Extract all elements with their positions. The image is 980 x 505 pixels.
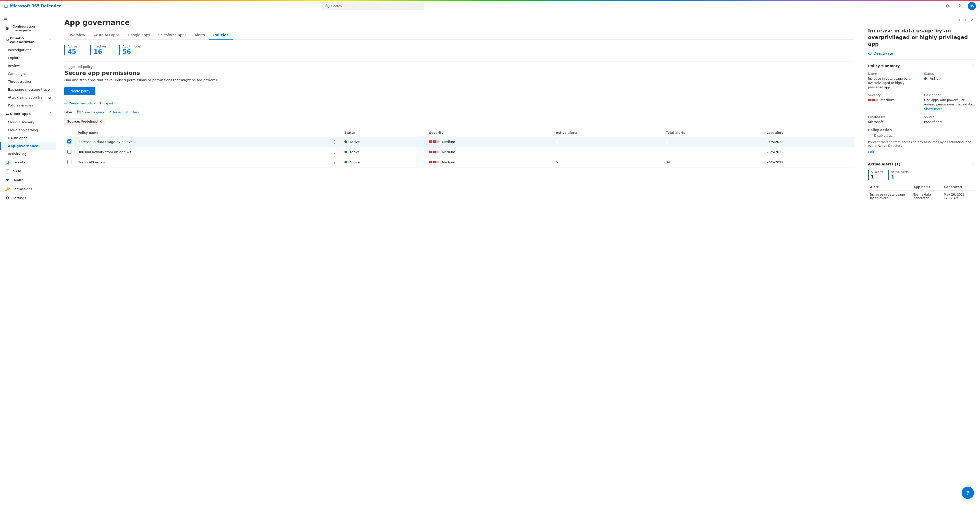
create-new-policy-button[interactable]: ✏ Create new policy xyxy=(64,100,95,106)
table-row[interactable]: Graph API errors ⋮ Active Medium xyxy=(64,157,854,167)
avatar[interactable]: RS xyxy=(968,2,976,10)
row-status-cell: Active xyxy=(341,157,426,167)
row-checkbox[interactable] xyxy=(67,139,72,143)
row-total-alerts-cell: 1 xyxy=(663,137,764,147)
stat-audit-mode: Audit mode 56 xyxy=(119,45,148,56)
deactivate-icon: ⏻ xyxy=(868,51,872,56)
sidebar-item-health[interactable]: ❤ Health xyxy=(0,176,56,185)
row-checkbox[interactable] xyxy=(67,160,72,164)
policy-table: Policy name Status Severity Active alert… xyxy=(64,129,854,167)
filter-tag-remove[interactable]: ✕ xyxy=(99,119,102,124)
alert-name-cell: Increase in data usage by an overp... xyxy=(868,191,912,202)
policy-summary-header[interactable]: Policy summary ⌃ xyxy=(868,64,975,68)
edit-link[interactable]: Edit xyxy=(868,150,874,154)
panel-close-button[interactable]: ✕ xyxy=(970,16,975,23)
sidebar-item-cloud-app-catalog[interactable]: Cloud app catalog xyxy=(0,126,56,134)
export-button[interactable]: ⬇ Export xyxy=(99,100,113,106)
row-context-menu[interactable]: ⋮ xyxy=(331,150,338,155)
sidebar-item-campaigns[interactable]: Campaigns xyxy=(0,70,56,78)
row-context-menu[interactable]: ⋮ xyxy=(331,160,338,165)
panel-status-field: Status Active xyxy=(924,72,975,89)
tab-alerts[interactable]: Alerts xyxy=(191,31,209,40)
tab-overview[interactable]: Overview xyxy=(64,31,89,40)
sidebar-item-activity-log[interactable]: Activity log xyxy=(0,150,56,158)
sidebar-item-email-collaboration[interactable]: ✉ Email & collaboration ⌃ xyxy=(0,34,56,46)
row-checkbox[interactable] xyxy=(67,150,72,154)
reset-button[interactable]: ↺ Reset xyxy=(109,109,122,115)
tab-google-apps[interactable]: Google apps xyxy=(124,31,154,40)
row-active-alerts-cell: 1 xyxy=(553,137,663,147)
row-active-alerts-cell: 5 xyxy=(553,157,663,167)
col-generated: Generated xyxy=(942,184,975,191)
col-status[interactable]: Status xyxy=(341,129,426,137)
active-alerts-header[interactable]: Active alerts (1) ⌃ xyxy=(868,162,975,166)
topbar-icons: ⚙ ? RS xyxy=(943,2,976,10)
sidebar-item-permissions[interactable]: 🔑 Permissions xyxy=(0,185,56,194)
settings-icon-button[interactable]: ⚙ xyxy=(943,2,951,10)
health-icon: ❤ xyxy=(5,178,10,183)
sidebar-item-threat-tracker[interactable]: Threat tracker xyxy=(0,78,56,86)
sidebar-item-exchange-message-trace[interactable]: Exchange message trace xyxy=(0,86,56,94)
sidebar-item-review[interactable]: Review xyxy=(0,62,56,70)
row-severity-cell: Medium xyxy=(426,137,553,147)
create-policy-button[interactable]: Create policy xyxy=(64,87,95,95)
col-last-alert[interactable]: Last alert xyxy=(764,129,854,137)
alerts-stats: All alerts 1 Active alerts 1 xyxy=(868,170,975,180)
sidebar-item-investigations[interactable]: Investigations xyxy=(0,46,56,54)
email-icon: ✉ xyxy=(5,38,10,43)
right-panel: ↑ ↓ ✕ Increase in data usage by an overp… xyxy=(862,12,980,505)
panel-description-field: Description Find apps with powerful or u… xyxy=(924,94,975,112)
sidebar-item-app-governance[interactable]: App governance xyxy=(0,142,56,150)
sidebar-item-reports[interactable]: 📊 Reports xyxy=(0,158,56,167)
chevron-up-icon-alerts: ⌃ xyxy=(972,162,975,166)
panel-up-button[interactable]: ↑ xyxy=(957,16,961,23)
sidebar-item-settings[interactable]: ⚙ Settings xyxy=(0,194,56,202)
alerts-header-row: Alert App name Generated xyxy=(868,184,975,191)
help-button[interactable]: ? xyxy=(962,487,974,499)
tab-salesforce-apps[interactable]: Salesforce apps xyxy=(154,31,191,40)
edit-icon: ✏ xyxy=(64,101,67,105)
sidebar-item-configuration-management[interactable]: ⚙ Configuration management xyxy=(0,22,56,34)
sev-bar-3 xyxy=(875,99,878,101)
sev-bar-1 xyxy=(429,140,432,143)
deactivate-button[interactable]: ⏻ Deactivate xyxy=(868,51,975,56)
sidebar-item-explorer[interactable]: Explorer xyxy=(0,54,56,62)
col-total-alerts[interactable]: Total alerts xyxy=(663,129,764,137)
disable-app-row: Disable app xyxy=(868,134,975,139)
severity-bars xyxy=(429,140,439,143)
filters-button[interactable]: ▽ Filters xyxy=(126,109,139,115)
stats-row: Active 45 Inactive 16 Audit mode 56 xyxy=(64,45,854,56)
stat-audit-label: Audit mode xyxy=(123,45,140,48)
row-context-menu[interactable]: ⋮ xyxy=(331,139,338,144)
table-row[interactable]: Increase in data usage by an ove... ⋮ Ac… xyxy=(64,137,854,147)
sidebar-item-policies-rules[interactable]: Policies & rules xyxy=(0,101,56,109)
sidebar-item-cloud-discovery[interactable]: Cloud discovery xyxy=(0,118,56,126)
row-last-alert-cell: 25/5/2022 xyxy=(764,137,854,147)
row-status-cell: Active xyxy=(341,137,426,147)
help-icon-button[interactable]: ? xyxy=(956,2,964,10)
table-header-row: Policy name Status Severity Active alert… xyxy=(64,129,854,137)
col-policy-name[interactable]: Policy name xyxy=(75,129,328,137)
disable-app-checkbox[interactable] xyxy=(868,134,872,138)
panel-severity-bars xyxy=(868,99,878,101)
panel-down-button[interactable]: ↓ xyxy=(963,16,967,23)
suggested-label: Suggested policy xyxy=(64,65,854,69)
save-query-button[interactable]: 💾 Save the query xyxy=(76,109,104,115)
sidebar-item-audit[interactable]: 📋 Audit xyxy=(0,167,56,176)
tab-policies[interactable]: Policies xyxy=(209,31,232,40)
table-row[interactable]: Unusual activity from an app wit... ⋮ Ac… xyxy=(64,147,854,157)
col-active-alerts[interactable]: Active alerts xyxy=(553,129,663,137)
sidebar-item-attack-simulation-training[interactable]: Attack simulation training xyxy=(0,94,56,101)
search-box[interactable]: 🔍 xyxy=(322,2,424,10)
tab-azure-ad-apps[interactable]: Azure AD apps xyxy=(89,31,124,40)
alert-row[interactable]: Increase in data usage by an overp... Te… xyxy=(868,191,975,202)
sidebar-item-oauth-apps[interactable]: OAuth apps xyxy=(0,134,56,142)
col-severity[interactable]: Severity xyxy=(426,129,553,137)
hamburger-button[interactable]: ☰ xyxy=(0,14,56,22)
col-menu xyxy=(328,129,341,137)
sev-bar-3 xyxy=(436,151,439,153)
show-more-link[interactable]: Show more xyxy=(924,107,943,111)
search-input[interactable] xyxy=(331,4,421,8)
sidebar-item-cloud-apps[interactable]: ☁ Cloud apps ⌃ xyxy=(0,109,56,118)
sev-bar-1 xyxy=(429,161,432,163)
